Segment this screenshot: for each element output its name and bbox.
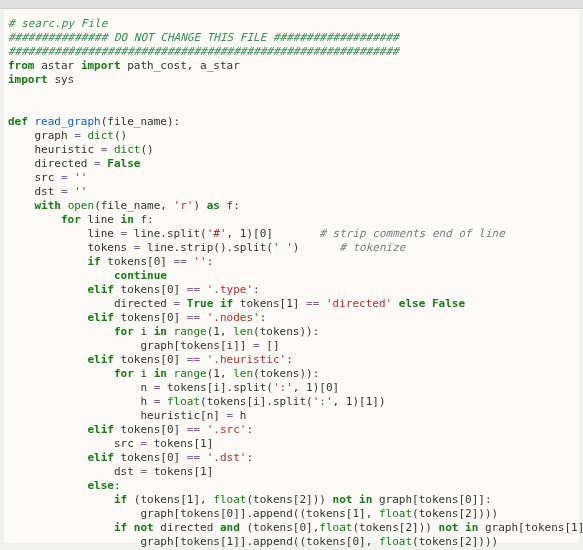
name-a-star: a_star <box>200 59 240 72</box>
kw-import: import <box>81 59 121 72</box>
name-astar: astar <box>41 59 74 72</box>
kw-from: from <box>8 59 35 72</box>
code-editor-view: # searc.py File ############### DO NOT C… <box>4 9 579 543</box>
kw-def: def <box>8 115 28 128</box>
name-sys: sys <box>54 73 74 86</box>
comment-strip: # strip comments end of line <box>319 227 504 240</box>
name-path-cost: path_cost <box>127 59 187 72</box>
comment-banner-2: ########################################… <box>8 45 399 58</box>
comment-file-header: # searc.py File <box>8 17 107 30</box>
comment-tokenize: # tokenize <box>339 241 405 254</box>
comment-banner-1: ############### DO NOT CHANGE THIS FILE … <box>8 31 399 44</box>
window-top-bar <box>0 0 583 9</box>
code-content: # searc.py File ############### DO NOT C… <box>8 17 579 550</box>
fn-read-graph: read_graph <box>35 115 101 128</box>
kw-import-2: import <box>8 73 48 86</box>
